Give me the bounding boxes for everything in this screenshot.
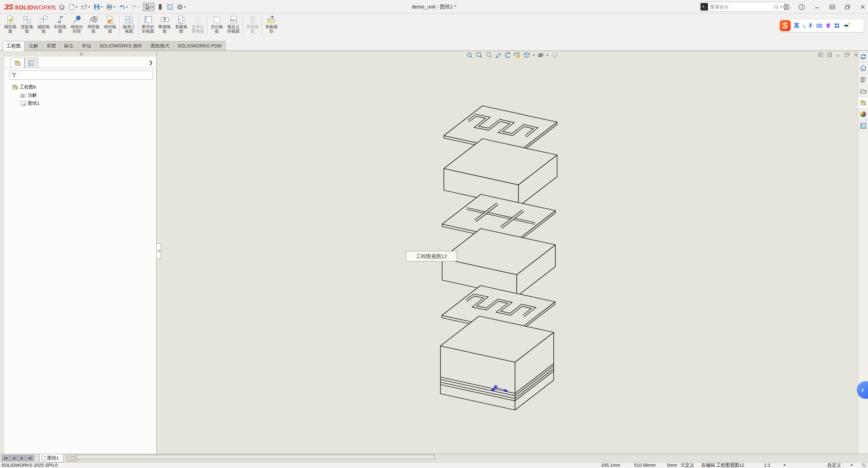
taskpane-custom-properties[interactable] — [858, 120, 868, 132]
first-sheet-button[interactable] — [2, 455, 9, 461]
cmd-predefined-view[interactable]: 预定义的视图 — [225, 15, 242, 37]
zoom-selection-icon[interactable] — [485, 52, 492, 59]
collapse-panel-left-icon[interactable] — [818, 52, 823, 57]
search-scope-dropdown[interactable] — [780, 6, 782, 9]
redo-button[interactable] — [130, 3, 141, 11]
taskpane-design-library[interactable] — [858, 74, 868, 85]
open-button[interactable] — [80, 3, 91, 11]
hide-show-dropdown[interactable] — [547, 55, 549, 57]
restore-window-icon[interactable] — [844, 4, 851, 10]
taskpane-view-palette[interactable] — [858, 97, 868, 109]
options-dropdown[interactable] — [184, 6, 186, 9]
cmd-empty-view[interactable]: 空白视图 — [209, 15, 225, 37]
sheet-tab-sheet1[interactable]: 图纸1 — [39, 454, 64, 462]
hide-show-items-eye-icon[interactable] — [537, 52, 544, 59]
tab-sketch[interactable]: 草图 — [43, 41, 60, 51]
cmd-section-view[interactable]: 剖面视图 — [52, 15, 68, 37]
panel-flyout-arrow[interactable]: ❯ — [149, 59, 153, 65]
status-tag-icon[interactable] — [862, 463, 867, 468]
tab-sheet-format[interactable]: 图纸格式 — [147, 41, 173, 51]
save-button[interactable] — [93, 3, 104, 11]
display-settings-button[interactable] — [166, 3, 174, 11]
display-mode-dropdown-icon[interactable] — [850, 463, 853, 466]
status-sheet-scale[interactable]: 1:2 — [764, 463, 770, 468]
horizontal-scrollbar-thumb[interactable] — [76, 455, 435, 459]
zoom-to-area-icon[interactable] — [476, 52, 483, 59]
ime-ai-assistant-icon[interactable]: ✦ — [843, 22, 850, 29]
status-display-mode[interactable]: 自定义 — [827, 463, 841, 468]
new-document-dropdown[interactable] — [76, 6, 78, 9]
expand-horizontal-icon[interactable] — [829, 4, 835, 10]
cmd-auxiliary-view[interactable]: 辅助视图 — [35, 15, 52, 37]
doc-close-icon[interactable] — [853, 52, 858, 57]
cmd-detail-view[interactable]: A 局部视图 — [85, 15, 102, 37]
ime-microphone-icon[interactable] — [808, 23, 813, 28]
undo-dropdown[interactable] — [126, 6, 128, 9]
graphics-area[interactable] — [157, 51, 858, 454]
tree-item-sheet1[interactable]: 图纸1 — [4, 99, 156, 108]
cmd-replace-model[interactable]: 替换模型 — [263, 15, 280, 37]
close-icon[interactable] — [860, 4, 866, 10]
ime-keyboard-icon[interactable] — [816, 23, 822, 28]
next-sheet-button[interactable] — [18, 455, 26, 461]
help-icon[interactable]: ? — [798, 4, 805, 10]
previous-view-icon[interactable] — [495, 52, 502, 59]
doc-minimize-icon[interactable] — [836, 52, 841, 57]
tab-annotation[interactable]: 注解 — [25, 41, 42, 51]
select-tool-button[interactable] — [143, 3, 155, 11]
menu-flyout-arrow[interactable]: ▸ — [52, 4, 54, 9]
cmd-crop-view[interactable]: 剪裁视图 — [173, 15, 190, 37]
taskpane-sync[interactable] — [858, 51, 868, 62]
home-button[interactable] — [58, 3, 66, 11]
cmd-break-view[interactable]: 断裂视图 — [156, 15, 173, 37]
ime-mode-english[interactable]: 英 — [794, 22, 800, 30]
rotate-view-icon[interactable] — [504, 52, 511, 59]
tab-solidworks-pdm[interactable]: SOLIDWORKS PDM — [174, 41, 225, 51]
cmd-broken-out-section[interactable]: 断开的剖视图 — [140, 15, 156, 37]
select-tool-dropdown[interactable] — [151, 6, 153, 9]
sogou-logo-icon[interactable]: S — [780, 20, 791, 31]
save-dropdown[interactable] — [101, 6, 103, 9]
panel-collapse-handle[interactable] — [80, 53, 83, 56]
view-orientation-dropdown[interactable] — [533, 55, 535, 57]
collapse-panel-right-icon[interactable] — [827, 52, 832, 57]
print-dropdown[interactable] — [113, 6, 115, 9]
last-sheet-button[interactable] — [26, 455, 34, 461]
taskpane-file-explorer[interactable] — [858, 85, 868, 97]
sheet-scale-dropdown-icon[interactable] — [783, 463, 786, 466]
cmd-standard-3-view[interactable]: 标准三视图 — [121, 15, 137, 37]
tree-item-annotations[interactable]: A 注解 — [4, 91, 156, 99]
property-manager-tab[interactable] — [24, 58, 38, 68]
tree-filter-field[interactable] — [9, 71, 153, 80]
tree-item-drawing-root[interactable]: 工程图6 — [4, 83, 156, 91]
feature-tree-tab[interactable] — [11, 58, 24, 68]
new-document-button[interactable] — [67, 3, 79, 11]
ime-toolbox-icon[interactable] — [834, 23, 840, 28]
tab-drawing[interactable]: 工程图 — [3, 41, 24, 51]
doc-restore-icon[interactable] — [845, 52, 850, 57]
open-dropdown[interactable] — [88, 6, 90, 9]
tab-markup[interactable]: 标注 — [60, 41, 77, 51]
undo-button[interactable] — [118, 3, 129, 11]
cmd-relative-view[interactable]: 相对视图 — [102, 15, 118, 37]
search-mag-group[interactable] — [773, 4, 784, 10]
cmd-removed-section[interactable]: 移除的剖面 — [68, 15, 85, 37]
cmd-projected-view[interactable]: 投影视图 — [19, 15, 35, 37]
view-orientation-cube-icon[interactable] — [523, 52, 530, 59]
rebuild-button[interactable] — [156, 3, 164, 11]
user-account-icon[interactable] — [783, 4, 790, 10]
minimize-icon[interactable] — [814, 4, 820, 10]
tab-solidworks-addins[interactable]: SOLIDWORKS 插件 — [96, 41, 146, 51]
zoom-fit-icon[interactable] — [466, 52, 473, 59]
print-button[interactable] — [105, 3, 116, 11]
previous-sheet-button[interactable] — [10, 455, 18, 461]
drawing-view-exploded[interactable] — [157, 51, 858, 454]
taskpane-appearances[interactable] — [858, 109, 868, 120]
3d-drawing-view-icon[interactable] — [514, 52, 521, 59]
ime-skin-icon[interactable] — [825, 23, 831, 28]
ime-punctuation-icon[interactable]: ·, — [803, 22, 805, 29]
options-button[interactable] — [176, 3, 187, 11]
search-input[interactable] — [708, 4, 773, 9]
taskpane-resources-home[interactable] — [858, 62, 868, 74]
tab-evaluate[interactable]: 评估 — [78, 41, 95, 51]
